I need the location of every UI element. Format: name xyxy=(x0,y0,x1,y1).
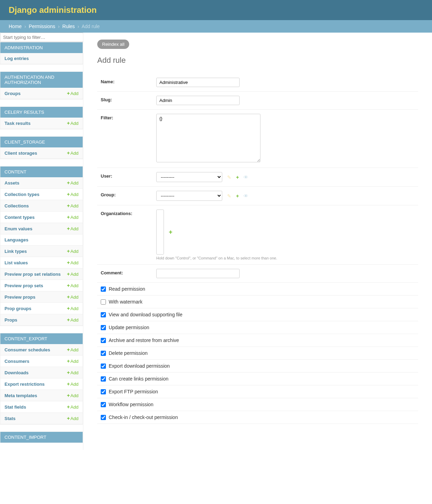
module-row: Collections+ Add xyxy=(0,200,83,212)
model-link[interactable]: Content types xyxy=(5,215,35,220)
comment-label: Comment: xyxy=(101,269,156,275)
model-link[interactable]: Stats xyxy=(5,416,16,421)
add-link[interactable]: + Add xyxy=(67,416,78,421)
comment-input[interactable] xyxy=(156,269,240,278)
permission-label[interactable]: With watermark xyxy=(109,299,142,305)
reindex-all-button[interactable]: Reindex all xyxy=(97,40,129,49)
add-link[interactable]: + Add xyxy=(67,283,78,288)
model-link[interactable]: Collections xyxy=(5,203,29,208)
permission-label[interactable]: Export download permission xyxy=(109,363,170,369)
plus-icon[interactable]: + xyxy=(235,193,240,199)
permission-label[interactable]: Can create links permission xyxy=(109,376,168,382)
model-link[interactable]: Stat fields xyxy=(5,404,26,410)
organizations-label: Organizations: xyxy=(101,210,156,216)
permission-label[interactable]: Check-in / check-out permission xyxy=(109,415,178,420)
add-link[interactable]: + Add xyxy=(67,191,78,197)
permission-label[interactable]: Workflow permission xyxy=(109,402,153,407)
add-label: Add xyxy=(70,260,78,265)
sidebar-filter-input[interactable] xyxy=(0,33,83,42)
model-link[interactable]: Collection types xyxy=(5,192,39,197)
eye-icon: 👁 xyxy=(243,174,249,180)
model-link[interactable]: Enum values xyxy=(5,226,32,231)
add-link[interactable]: + Add xyxy=(67,404,78,410)
permission-checkbox[interactable] xyxy=(101,402,106,407)
add-link[interactable]: + Add xyxy=(67,393,78,398)
model-link[interactable]: List values xyxy=(5,260,28,265)
permission-checkbox[interactable] xyxy=(101,376,106,382)
add-label: Add xyxy=(70,203,78,208)
model-link[interactable]: Task results xyxy=(5,121,31,126)
model-link[interactable]: Preview props xyxy=(5,294,35,300)
module-row: Meta templates+ Add xyxy=(0,390,83,401)
model-link[interactable]: Props xyxy=(5,317,17,323)
slug-input[interactable] xyxy=(156,96,240,105)
add-link[interactable]: + Add xyxy=(67,214,78,220)
permission-checkbox[interactable] xyxy=(101,287,106,292)
permission-checkbox[interactable] xyxy=(101,312,106,317)
checkbox-row: Check-in / check-out permission xyxy=(97,411,418,424)
permission-checkbox[interactable] xyxy=(101,389,106,394)
plus-icon[interactable]: + xyxy=(169,229,173,236)
add-link[interactable]: + Add xyxy=(67,306,78,311)
permission-label[interactable]: Read permission xyxy=(109,286,145,292)
model-link[interactable]: Preview prop sets xyxy=(5,283,43,288)
plus-icon: + xyxy=(67,294,70,300)
permission-label[interactable]: View and download supporting file xyxy=(109,312,182,317)
add-link[interactable]: + Add xyxy=(67,271,78,277)
permission-label[interactable]: Export FTP permission xyxy=(109,389,158,394)
model-link[interactable]: Log entries xyxy=(5,56,29,61)
permission-checkbox[interactable] xyxy=(101,415,106,420)
model-link[interactable]: Client storages xyxy=(5,151,37,156)
add-link[interactable]: + Add xyxy=(67,248,78,254)
permission-label[interactable]: Archive and restore from archive xyxy=(109,338,179,343)
model-link[interactable]: Prop groups xyxy=(5,306,31,311)
breadcrumb-home[interactable]: Home xyxy=(9,24,22,29)
add-link[interactable]: + Add xyxy=(67,226,78,231)
add-link[interactable]: + Add xyxy=(67,150,78,156)
filter-textarea[interactable]: {} xyxy=(156,114,260,162)
add-label: Add xyxy=(70,180,78,186)
user-select[interactable]: --------- xyxy=(156,172,222,182)
field-row-group: Group: --------- ✎ + 👁 xyxy=(97,187,418,205)
add-link[interactable]: + Add xyxy=(67,180,78,186)
add-link[interactable]: + Add xyxy=(67,347,78,352)
model-link[interactable]: Languages xyxy=(5,237,28,242)
group-label: Group: xyxy=(101,191,156,197)
model-link[interactable]: Preview prop set relations xyxy=(5,272,61,277)
model-link[interactable]: Groups xyxy=(5,91,20,96)
plus-icon: + xyxy=(67,404,70,410)
add-link[interactable]: + Add xyxy=(67,120,78,126)
group-select[interactable]: --------- xyxy=(156,191,222,201)
name-input[interactable] xyxy=(156,78,240,87)
model-link[interactable]: Link types xyxy=(5,249,27,254)
breadcrumb-rules[interactable]: Rules xyxy=(63,24,75,29)
add-link[interactable]: + Add xyxy=(67,370,78,375)
permission-label[interactable]: Update permission xyxy=(109,325,149,330)
permission-checkbox[interactable] xyxy=(101,299,106,305)
permission-checkbox[interactable] xyxy=(101,325,106,330)
model-link[interactable]: Consumers xyxy=(5,359,30,364)
add-link[interactable]: + Add xyxy=(67,358,78,364)
organizations-select[interactable] xyxy=(156,210,164,255)
module-row: Log entries xyxy=(0,53,83,64)
model-link[interactable]: Consumer schedules xyxy=(5,347,50,352)
breadcrumb: Home › Permissions › Rules › Add rule xyxy=(0,20,432,33)
permission-checkbox[interactable] xyxy=(101,338,106,343)
add-link[interactable]: + Add xyxy=(67,260,78,265)
header: Django administration xyxy=(0,0,432,20)
permission-checkbox[interactable] xyxy=(101,351,106,356)
permission-label[interactable]: Delete permission xyxy=(109,350,148,356)
module-heading: CONTENT xyxy=(0,166,83,177)
permission-checkbox[interactable] xyxy=(101,364,106,369)
add-link[interactable]: + Add xyxy=(67,317,78,323)
model-link[interactable]: Assets xyxy=(5,180,19,186)
model-link[interactable]: Meta templates xyxy=(5,393,37,398)
add-link[interactable]: + Add xyxy=(67,203,78,208)
add-link[interactable]: + Add xyxy=(67,91,78,96)
model-link[interactable]: Export restrictions xyxy=(5,382,45,387)
breadcrumb-permissions[interactable]: Permissions xyxy=(29,24,55,29)
model-link[interactable]: Downloads xyxy=(5,370,28,375)
add-link[interactable]: + Add xyxy=(67,294,78,300)
plus-icon[interactable]: + xyxy=(235,174,240,180)
add-link[interactable]: + Add xyxy=(67,381,78,387)
